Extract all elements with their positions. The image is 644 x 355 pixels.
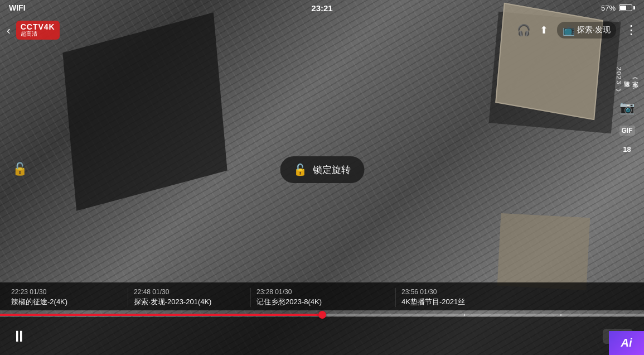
status-bar: WIFI 23:21 57% bbox=[0, 0, 644, 16]
epg-items: 22:23 01/30 辣椒的征途-2(4K) 22:48 01/30 探索·发… bbox=[0, 288, 644, 307]
gif-icon: GIF bbox=[619, 126, 635, 136]
epg-title-2: 探索·发现-2023-201(4K) bbox=[134, 297, 239, 307]
tv-icon: 📺 bbox=[563, 24, 575, 36]
progress-tick-3 bbox=[464, 314, 465, 316]
battery-icon bbox=[619, 4, 635, 11]
back-button[interactable]: ‹ bbox=[7, 24, 11, 37]
nav-left: ‹ CCTV4K 超高清 bbox=[7, 21, 60, 40]
light-building-2 bbox=[497, 213, 590, 290]
unlock-icon[interactable]: 🔓 bbox=[12, 162, 27, 176]
ai-badge[interactable]: Ai bbox=[609, 331, 644, 355]
battery-area: 57% bbox=[601, 4, 635, 12]
top-nav: ‹ CCTV4K 超高清 🎧 ⬆ 📺 探索·发现 ⋮ bbox=[0, 16, 644, 45]
epg-time-1: 22:23 01/30 bbox=[11, 288, 117, 296]
nav-right: 🎧 ⬆ 📺 探索·发现 ⋮ bbox=[517, 22, 637, 39]
right-icons: 《家乡味道2023》 📷 GIF 18 bbox=[614, 67, 640, 153]
bottom-bar: ⏸ 高清 bbox=[0, 317, 644, 355]
more-icon[interactable]: ⋮ bbox=[625, 23, 637, 37]
epg-item-2[interactable]: 22:48 01/30 探索·发现-2023-201(4K) bbox=[128, 288, 251, 307]
wifi-label: WIFI bbox=[9, 3, 26, 12]
battery-percent: 57% bbox=[601, 4, 616, 12]
channel-sub: 超高清 bbox=[21, 30, 37, 38]
share-icon[interactable]: ⬆ bbox=[540, 24, 548, 36]
epg-item-1[interactable]: 22:23 01/30 辣椒的征途-2(4K) bbox=[6, 288, 128, 307]
epg-time-3: 23:28 01/30 bbox=[256, 288, 384, 296]
epg-title-4: 4K垫播节目-2021丝 bbox=[401, 297, 507, 307]
progress-thumb[interactable] bbox=[318, 311, 326, 319]
lock-text: 锁定旋转 bbox=[313, 164, 351, 176]
progress-track bbox=[0, 314, 644, 316]
epg-title-3: 记住乡愁2023-8(4K) bbox=[256, 297, 384, 307]
gif-button[interactable]: GIF bbox=[619, 125, 635, 135]
headphone-icon[interactable]: 🎧 bbox=[517, 23, 531, 37]
lock-tooltip[interactable]: 🔓 锁定旋转 bbox=[280, 156, 364, 183]
progress-bar[interactable] bbox=[0, 314, 644, 316]
epg-bar: 22:23 01/30 辣椒的征途-2(4K) 22:48 01/30 探索·发… bbox=[0, 282, 644, 310]
progress-fill bbox=[0, 314, 322, 316]
progress-tick-4 bbox=[560, 314, 561, 316]
camera-icon: 📷 bbox=[619, 100, 635, 114]
channel-badge[interactable]: CCTV4K 超高清 bbox=[16, 21, 60, 40]
pause-button[interactable]: ⏸ bbox=[11, 327, 27, 346]
explore-label: 探索·发现 bbox=[577, 25, 611, 35]
epg-item-4[interactable]: 23:56 01/30 4K垫播节目-2021丝 bbox=[396, 288, 519, 307]
epg-item-3[interactable]: 23:28 01/30 记住乡愁2023-8(4K) bbox=[251, 288, 396, 307]
number-label: 18 bbox=[623, 145, 631, 153]
lock-unlocked-icon: 🔓 bbox=[293, 163, 307, 176]
epg-time-4: 23:56 01/30 bbox=[401, 288, 507, 296]
explore-button[interactable]: 📺 探索·发现 bbox=[557, 22, 616, 39]
vertical-title: 《家乡味道2023》 bbox=[614, 67, 640, 86]
ai-label: Ai bbox=[621, 337, 632, 349]
epg-time-2: 22:48 01/30 bbox=[134, 288, 239, 296]
time-label: 23:21 bbox=[311, 3, 332, 13]
epg-title-1: 辣椒的征途-2(4K) bbox=[11, 297, 117, 307]
screenshot-button[interactable]: 📷 bbox=[619, 100, 635, 115]
